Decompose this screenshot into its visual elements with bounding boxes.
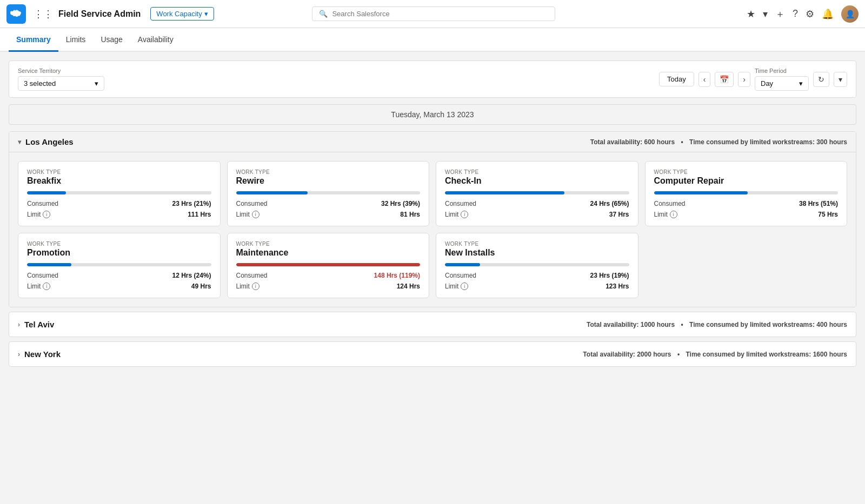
limit-value: 123 Hrs (606, 283, 629, 290)
consumed-value: 24 Hrs (65%) (590, 200, 629, 207)
consumed-stat: Consumed 38 Hrs (51%) (654, 200, 839, 207)
progress-bar-fill (27, 263, 71, 266)
tab-chevron-icon: ▾ (204, 10, 208, 18)
work-card-computer-repair: Work Type Computer Repair Consumed 38 Hr… (645, 161, 848, 226)
time-consumed-label: Time consumed by limited workstreams: (686, 351, 813, 358)
progress-bar-fill (445, 191, 564, 194)
more-options-button[interactable]: ▾ (834, 72, 847, 87)
app-grid-icon[interactable]: ⋮⋮ (34, 8, 53, 20)
limit-info-icon[interactable]: i (252, 211, 260, 218)
date-bar: Tuesday, March 13 2023 (9, 104, 856, 125)
work-card-maintenance: Work Type Maintenance Consumed 148 Hrs (… (227, 233, 430, 298)
tab-usage[interactable]: Usage (93, 29, 130, 52)
chevron-down-icon[interactable]: ▾ (763, 8, 768, 20)
consumed-stat: Consumed 148 Hrs (119%) (236, 272, 421, 279)
empty-card-slot (645, 233, 848, 298)
time-consumed-label: Time consumed by limited workstreams: (689, 138, 816, 146)
tab-summary[interactable]: Summary (9, 29, 58, 52)
favorites-icon[interactable]: ★ (747, 8, 755, 20)
expand-chevron-icon: › (18, 321, 20, 328)
work-card-label: Work Type (445, 241, 629, 247)
service-territory-filter: Service Territory 3 selected ▾ (18, 68, 104, 91)
bell-icon[interactable]: 🔔 (822, 8, 834, 20)
consumed-label: Consumed (236, 200, 268, 207)
limit-info-icon[interactable]: i (252, 283, 260, 290)
limit-info-icon[interactable]: i (43, 283, 50, 290)
consumed-stat: Consumed 12 Hrs (24%) (27, 272, 211, 279)
work-card-title: Rewire (236, 176, 421, 186)
territory-los-angeles-header[interactable]: ▾ Los Angeles Total availability: 600 ho… (9, 132, 856, 152)
work-card-title: Breakfix (27, 176, 211, 186)
work-card-promotion: Work Type Promotion Consumed 12 Hrs (24%… (18, 233, 221, 298)
tab-availability[interactable]: Availability (130, 29, 181, 52)
main-content: Service Territory 3 selected ▾ Today ‹ 📅… (0, 52, 865, 380)
user-avatar[interactable]: 👤 (841, 5, 859, 23)
limit-value: 75 Hrs (818, 211, 838, 218)
top-navigation: ⋮⋮ Field Service Admin Work Capacity ▾ 🔍… (0, 0, 865, 28)
limit-value: 37 Hrs (609, 211, 629, 218)
consumed-label: Consumed (236, 272, 268, 279)
limit-info-icon[interactable]: i (461, 211, 468, 218)
work-capacity-tab[interactable]: Work Capacity ▾ (150, 7, 214, 21)
add-icon[interactable]: ＋ (775, 8, 785, 21)
consumed-label: Consumed (445, 272, 476, 279)
territory-tel-aviv-header[interactable]: › Tel Aviv Total availability: 1000 hour… (9, 312, 856, 337)
time-period-value: Day (761, 79, 773, 88)
limit-label: Limit i (236, 283, 260, 290)
limit-info-icon[interactable]: i (461, 283, 468, 290)
work-card-label: Work Type (654, 169, 839, 175)
next-button[interactable]: › (738, 72, 750, 87)
territory-stats: Total availability: 1000 hours • Time co… (587, 321, 847, 328)
territory-header-left: ▾ Los Angeles (18, 137, 74, 146)
prev-button[interactable]: ‹ (698, 72, 711, 87)
territory-new-york: › New York Total availability: 2000 hour… (9, 341, 856, 367)
consumed-label: Consumed (27, 200, 58, 207)
territory-collapsed-left: › Tel Aviv (18, 320, 54, 329)
time-consumed-value: 1600 hours (813, 351, 847, 358)
work-card-title: Check-In (445, 176, 629, 186)
work-card-title: Maintenance (236, 248, 421, 258)
progress-bar-bg (654, 191, 839, 194)
time-consumed-value: 400 hours (816, 321, 847, 328)
limit-label: Limit i (236, 211, 260, 218)
filters-row: Service Territory 3 selected ▾ Today ‹ 📅… (9, 61, 856, 98)
time-period-select[interactable]: Day ▾ (755, 76, 809, 91)
search-input[interactable] (332, 10, 548, 18)
consumed-value: 23 Hrs (21%) (172, 200, 211, 207)
territory-name: Tel Aviv (24, 320, 54, 329)
limit-stat: Limit i 49 Hrs (27, 283, 211, 290)
work-card-label: Work Type (236, 241, 421, 247)
time-consumed-label: Time consumed by limited workstreams: (689, 321, 816, 328)
consumed-value: 32 Hrs (39%) (381, 200, 420, 207)
limit-label: Limit i (27, 283, 50, 290)
settings-icon[interactable]: ⚙ (806, 8, 814, 20)
progress-bar-bg (27, 263, 211, 266)
search-icon: 🔍 (319, 10, 328, 18)
separator: • (681, 321, 683, 328)
consumed-value: 38 Hrs (51%) (799, 200, 838, 207)
work-card-title: Computer Repair (654, 176, 839, 186)
territory-new-york-header[interactable]: › New York Total availability: 2000 hour… (9, 342, 856, 366)
progress-bar-bg (445, 263, 629, 266)
territory-los-angeles: ▾ Los Angeles Total availability: 600 ho… (9, 131, 856, 307)
refresh-button[interactable]: ↻ (813, 72, 829, 87)
search-bar: 🔍 (312, 6, 555, 21)
work-card-rewire: Work Type Rewire Consumed 32 Hrs (39%) L… (227, 161, 430, 226)
tab-limits[interactable]: Limits (58, 29, 94, 52)
limit-info-icon[interactable]: i (670, 211, 677, 218)
time-period-chevron-icon: ▾ (799, 79, 803, 88)
calendar-icon-button[interactable]: 📅 (715, 72, 734, 87)
today-button[interactable]: Today (659, 72, 694, 86)
territory-tel-aviv: › Tel Aviv Total availability: 1000 hour… (9, 312, 856, 337)
consumed-value: 148 Hrs (119%) (374, 272, 420, 279)
territory-name: Los Angeles (25, 137, 74, 146)
service-territory-select[interactable]: 3 selected ▾ (18, 76, 104, 91)
work-card-label: Work Type (445, 169, 629, 175)
limit-label: Limit i (445, 283, 468, 290)
sub-navigation: Summary Limits Usage Availability (0, 28, 865, 52)
limit-info-icon[interactable]: i (43, 211, 50, 218)
help-icon[interactable]: ? (793, 8, 798, 19)
salesforce-logo (6, 4, 26, 24)
progress-bar-fill (445, 263, 480, 266)
work-card-breakfix: Work Type Breakfix Consumed 23 Hrs (21%)… (18, 161, 221, 226)
